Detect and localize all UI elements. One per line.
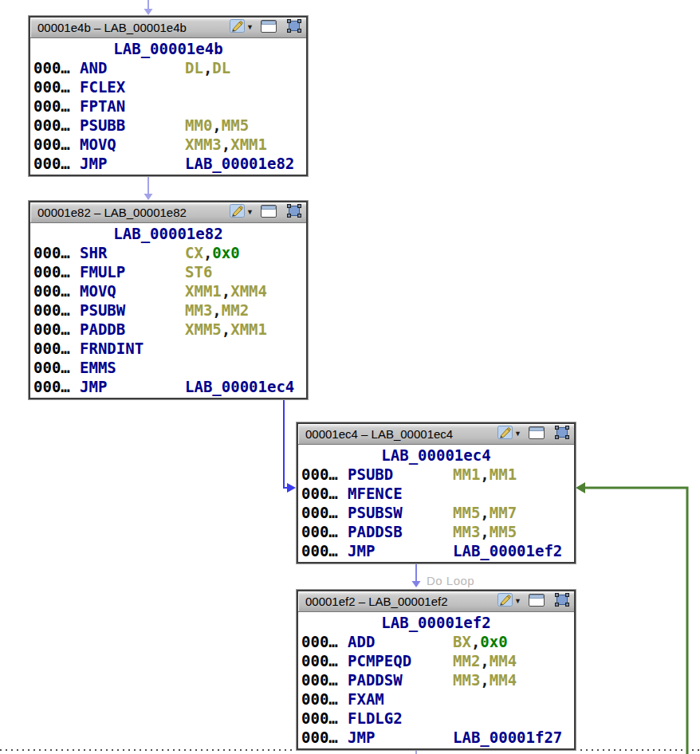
instruction-operands: MM3,MM4 (453, 670, 574, 689)
instruction-address: 000… (301, 670, 348, 689)
operand-token-reg: MM2 (453, 652, 480, 670)
instruction-row[interactable]: 000…PSUBDMM1,MM1 (298, 465, 574, 484)
operand-token-const: 0x0 (212, 244, 239, 261)
instruction-row[interactable]: 000…ANDDL,DL (30, 58, 306, 77)
block-titlebar[interactable]: 00001ef2 – LAB_00001ef2 ▼ (298, 591, 574, 612)
operand-token-reg: XMM1 (230, 320, 267, 338)
instruction-address: 000… (301, 728, 348, 747)
instruction-mnemonic: FXAM (348, 689, 453, 709)
block-titlebar-icons: ▼ (230, 204, 306, 221)
instruction-address: 000… (301, 689, 348, 709)
operand-token-reg: MM5 (453, 504, 480, 521)
instruction-row[interactable]: 000…FPTAN (30, 96, 306, 116)
operand-token-reg: MM0 (185, 116, 212, 134)
instruction-row[interactable]: 000…PSUBBMM0,MM5 (30, 116, 306, 135)
block-titlebar[interactable]: 00001e82 – LAB_00001e82 ▼ (30, 202, 306, 223)
edit-block-color-icon[interactable] (497, 426, 513, 442)
operand-token-reg: ST6 (185, 263, 212, 281)
operand-token-reg: MM5 (222, 116, 249, 134)
instruction-mnemonic: FMULP (80, 262, 185, 281)
instruction-address: 000… (33, 116, 80, 135)
edge-block2-block3[interactable] (284, 395, 288, 488)
dropdown-caret-icon[interactable]: ▼ (246, 24, 254, 31)
instruction-row[interactable]: 000…MFENCE (298, 484, 574, 503)
instruction-row[interactable]: 000…JMPLAB_00001ec4 (30, 377, 306, 396)
instruction-row[interactable]: 000…MOVQXMM1,XMM4 (30, 281, 306, 300)
instruction-mnemonic: FPTAN (80, 96, 185, 116)
operand-token-sep: , (222, 320, 230, 338)
edit-block-color-icon[interactable] (230, 19, 245, 36)
instruction-operands: XMM1,XMM4 (185, 281, 306, 300)
block-instruction-list: 000…ADDBX,0x0000…PCMPEQDMM2,MM4000…PADDS… (298, 632, 574, 747)
basic-block-00001e82[interactable]: 00001e82 – LAB_00001e82 ▼ (29, 201, 308, 399)
instruction-row[interactable]: 000…PSUBSWMM5,MM7 (298, 503, 574, 522)
edge-loopback-green[interactable] (584, 488, 687, 754)
popup-window-icon[interactable] (529, 426, 545, 442)
block-title: 00001ef2 – LAB_00001ef2 (298, 595, 497, 608)
instruction-address: 000… (33, 77, 80, 96)
popup-window-icon[interactable] (529, 594, 545, 610)
block-titlebar[interactable]: 00001ec4 – LAB_00001ec4 ▼ (298, 424, 574, 445)
instruction-row[interactable]: 000…MOVQXMM3,XMM1 (30, 135, 306, 154)
operand-token-reg: XMM5 (185, 320, 222, 338)
group-blocks-icon[interactable] (555, 426, 569, 442)
function-graph-canvas[interactable]: Do Loop 00001e4b – LAB_00001e4b ▼ (0, 0, 700, 754)
instruction-mnemonic: ADD (348, 632, 453, 651)
instruction-row[interactable]: 000…PADDBXMM5,XMM1 (30, 320, 306, 339)
block-title: 00001e4b – LAB_00001e4b (30, 21, 230, 34)
instruction-mnemonic: FLDLG2 (348, 709, 453, 728)
instruction-row[interactable]: 000…EMMS (30, 358, 306, 377)
dropdown-caret-icon[interactable]: ▼ (246, 209, 254, 216)
instruction-row[interactable]: 000…JMPLAB_00001ef2 (298, 541, 574, 560)
basic-block-00001e4b[interactable]: 00001e4b – LAB_00001e4b ▼ (29, 16, 308, 176)
instruction-mnemonic: PSUBD (348, 465, 453, 484)
instruction-mnemonic: EMMS (80, 358, 185, 377)
operand-token-reg: MM2 (222, 301, 249, 319)
instruction-address: 000… (33, 154, 80, 173)
instruction-row[interactable]: 000…JMPLAB_00001e82 (30, 154, 306, 173)
instruction-row[interactable]: 000…PSUBWMM3,MM2 (30, 300, 306, 320)
popup-window-icon[interactable] (261, 205, 277, 221)
group-blocks-icon[interactable] (555, 593, 569, 610)
instruction-row[interactable]: 000…FXAM (298, 689, 574, 709)
dropdown-caret-icon[interactable]: ▼ (514, 430, 521, 438)
instruction-row[interactable]: 000…SHRCX,0x0 (30, 243, 306, 262)
edge-label-do-loop: Do Loop (427, 574, 474, 587)
instruction-operands: ST6 (185, 262, 306, 281)
operand-token-sep: , (480, 652, 489, 670)
basic-block-00001ef2[interactable]: 00001ef2 – LAB_00001ef2 ▼ (297, 590, 576, 750)
instruction-row[interactable]: 000…ADDBX,0x0 (298, 632, 574, 651)
instruction-address: 000… (33, 339, 80, 358)
instruction-row[interactable]: 000…JMPLAB_00001f27 (298, 728, 574, 747)
operand-token-label: LAB_00001ef2 (453, 542, 562, 560)
instruction-operands: MM3,MM5 (453, 522, 574, 541)
instruction-row[interactable]: 000…PCMPEQDMM2,MM4 (298, 651, 574, 670)
dropdown-caret-icon[interactable]: ▼ (514, 598, 521, 605)
instruction-row[interactable]: 000…FCLEX (30, 77, 306, 96)
group-blocks-icon[interactable] (287, 19, 301, 36)
instruction-row[interactable]: 000…FLDLG2 (298, 709, 574, 728)
operand-token-reg: XMM1 (185, 282, 222, 300)
popup-window-icon[interactable] (261, 20, 277, 36)
instruction-row[interactable]: 000…FRNDINT (30, 339, 306, 358)
edit-block-color-icon[interactable] (230, 204, 245, 221)
instruction-operands: LAB_00001e82 (185, 154, 306, 173)
operand-token-reg: XMM1 (230, 135, 267, 153)
operand-token-sep: , (222, 135, 230, 153)
instruction-address: 000… (301, 709, 348, 728)
group-blocks-icon[interactable] (287, 204, 301, 221)
block-title: 00001e82 – LAB_00001e82 (30, 206, 230, 219)
edit-block-color-icon[interactable] (497, 593, 513, 610)
instruction-mnemonic: JMP (80, 377, 185, 396)
instruction-address: 000… (33, 320, 80, 339)
instruction-mnemonic: PSUBSW (348, 503, 453, 522)
basic-block-00001ec4[interactable]: 00001ec4 – LAB_00001ec4 ▼ (297, 422, 576, 564)
instruction-row[interactable]: 000…FMULPST6 (30, 262, 306, 281)
instruction-mnemonic: PCMPEQD (348, 651, 453, 670)
operand-token-sep: , (212, 301, 221, 319)
instruction-operands: CX,0x0 (185, 243, 306, 262)
block-titlebar-icons: ▼ (497, 426, 574, 442)
instruction-row[interactable]: 000…PADDSWMM3,MM4 (298, 670, 574, 689)
block-titlebar[interactable]: 00001e4b – LAB_00001e4b ▼ (30, 18, 306, 38)
instruction-row[interactable]: 000…PADDSBMM3,MM5 (298, 522, 574, 541)
